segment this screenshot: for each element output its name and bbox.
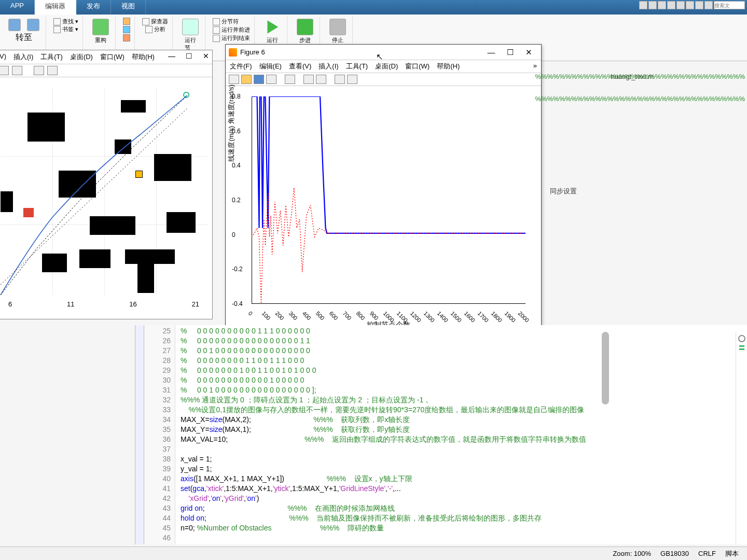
- menu-edit[interactable]: 编辑(E): [259, 62, 282, 71]
- bookmark-button[interactable]: 书签 ▾: [53, 25, 78, 33]
- scrollbar-thumb[interactable]: [602, 332, 609, 404]
- menu-item[interactable]: 桌面(D): [70, 52, 93, 62]
- cursor-icon: ↖: [376, 52, 383, 62]
- step-button[interactable]: 步进: [295, 18, 315, 45]
- maximize-button[interactable]: ☐: [501, 48, 519, 57]
- qa-icon[interactable]: [695, 1, 703, 9]
- velocity-chart: -0.4-0.200.20.40.60.8 010020030040050060…: [252, 96, 525, 304]
- menu-insert[interactable]: 插入(I): [319, 62, 338, 71]
- occupancy-grid-plot: [1, 88, 208, 295]
- section-break-button[interactable]: 分节符: [213, 18, 239, 25]
- run-section-button[interactable]: 运行 节: [180, 18, 201, 53]
- search-docs-input[interactable]: [714, 1, 745, 9]
- qa-icon[interactable]: [686, 1, 694, 9]
- print-icon[interactable]: [266, 75, 276, 84]
- close-button[interactable]: ✕: [203, 52, 209, 60]
- qa-icon[interactable]: [639, 1, 647, 9]
- close-button[interactable]: ✕: [519, 48, 538, 57]
- sync-settings-label: 同步设置: [550, 187, 577, 196]
- qa-icon[interactable]: [658, 1, 666, 9]
- qa-icon[interactable]: [704, 1, 713, 9]
- encoding-status[interactable]: GB18030: [660, 550, 689, 557]
- code-fragment: %%%%%%%%%%%%%%%%%%%%%%%%%%%%%%%%%%% %%%%…: [535, 73, 745, 117]
- menu-item[interactable]: 插入(I): [13, 52, 33, 62]
- zoom-status[interactable]: Zoom: 100%: [613, 550, 651, 557]
- line-gutter[interactable]: 2526272829303132333435363738394041424344…: [144, 325, 175, 544]
- new-icon[interactable]: [229, 75, 239, 84]
- refactor-button[interactable]: 重构: [90, 18, 111, 45]
- tool-icon[interactable]: [0, 66, 9, 75]
- find-button[interactable]: 查找 ▾: [53, 18, 78, 25]
- save-icon[interactable]: [254, 75, 264, 84]
- ribbon-tab-publish[interactable]: 发布: [76, 0, 111, 15]
- path-overlay: [1, 88, 208, 295]
- goto-label: 转至: [16, 32, 32, 43]
- y-axis-label: 线速度(m/s) 角速度(rad/s): [227, 85, 236, 162]
- menu-item[interactable]: 帮助(H): [132, 52, 155, 62]
- arrow-icon[interactable]: [34, 66, 44, 75]
- eol-status[interactable]: CRLF: [698, 550, 716, 557]
- tool-icon[interactable]: [347, 75, 357, 84]
- menu-desktop[interactable]: 桌面(D): [375, 62, 398, 71]
- nav-back-button[interactable]: [6, 18, 23, 32]
- menu-item[interactable]: 工具(T): [40, 52, 63, 62]
- filetype-status[interactable]: 脚本: [725, 549, 739, 558]
- figure-toolbar: [226, 73, 541, 86]
- tool-icon[interactable]: [12, 66, 22, 75]
- explorer-button[interactable]: 探查器: [142, 18, 168, 25]
- minimize-button[interactable]: —: [168, 52, 175, 60]
- figure-titlebar[interactable]: Figure 6 — ☐ ✕: [226, 45, 541, 60]
- grid-fig-toolbar: [0, 64, 212, 77]
- run-to-end-button[interactable]: 运行到结束: [213, 34, 250, 42]
- tool-icon[interactable]: [285, 75, 295, 84]
- menu-view[interactable]: 查看(V): [289, 62, 311, 71]
- tool-icon[interactable]: [316, 75, 326, 84]
- tool-icon[interactable]: [47, 66, 58, 75]
- figure-menubar: 文件(F) 编辑(E) 查看(V) 插入(I) 工具(T) 桌面(D) 窗口(W…: [226, 60, 541, 73]
- run-advance-button[interactable]: 运行并前进: [213, 26, 250, 34]
- code-body[interactable]: % 0 0 0 0 0 0 0 0 0 0 1 1 1 0 0 0 0 0 0%…: [175, 325, 586, 544]
- ribbon-tab-editor[interactable]: 编辑器: [35, 0, 76, 15]
- grid-xticks: 6111621: [0, 300, 212, 308]
- qa-icon[interactable]: [667, 1, 675, 9]
- ribbon-tabs: APP 编辑器 发布 视图: [0, 0, 747, 15]
- quick-access-toolbar: [639, 1, 745, 9]
- qa-icon[interactable]: [648, 1, 657, 9]
- matlab-icon: [229, 48, 237, 57]
- arrow-icon[interactable]: [335, 75, 345, 84]
- tool-icon[interactable]: [303, 75, 314, 84]
- qa-icon[interactable]: [676, 1, 685, 9]
- code-editor[interactable]: 2526272829303132333435363738394041424344…: [135, 325, 747, 544]
- minimize-button[interactable]: —: [482, 48, 501, 57]
- stop-button[interactable]: 停止: [327, 18, 348, 45]
- fold-strip[interactable]: [135, 325, 144, 544]
- ribbon-tab-app[interactable]: APP: [0, 0, 35, 15]
- menu-item[interactable]: 窗口(W): [100, 52, 125, 62]
- analyze-button[interactable]: 分析: [145, 25, 165, 33]
- status-bar: Zoom: 100% GB18030 CRLF 脚本: [0, 547, 747, 560]
- figure-title: Figure 6: [240, 48, 265, 56]
- grid-figure-window: — ☐ ✕ V) 插入(I) 工具(T) 桌面(D) 窗口(W) 帮助(H): [0, 50, 213, 319]
- nav-fwd-button[interactable]: [25, 18, 42, 32]
- menu-file[interactable]: 文件(F): [230, 62, 252, 71]
- maximize-button[interactable]: ☐: [186, 52, 192, 60]
- overview-ruler[interactable]: [736, 332, 747, 544]
- menu-tools[interactable]: 工具(T): [346, 62, 368, 71]
- open-icon[interactable]: [241, 75, 252, 84]
- run-button[interactable]: 运行: [262, 18, 283, 45]
- menu-help[interactable]: 帮助(H): [437, 62, 460, 71]
- ribbon-tab-view[interactable]: 视图: [111, 0, 146, 15]
- figure-6-window: Figure 6 — ☐ ✕ 文件(F) 编辑(E) 查看(V) 插入(I) 工…: [225, 44, 542, 332]
- menu-item[interactable]: V): [0, 52, 6, 62]
- menu-window[interactable]: 窗口(W): [405, 62, 430, 71]
